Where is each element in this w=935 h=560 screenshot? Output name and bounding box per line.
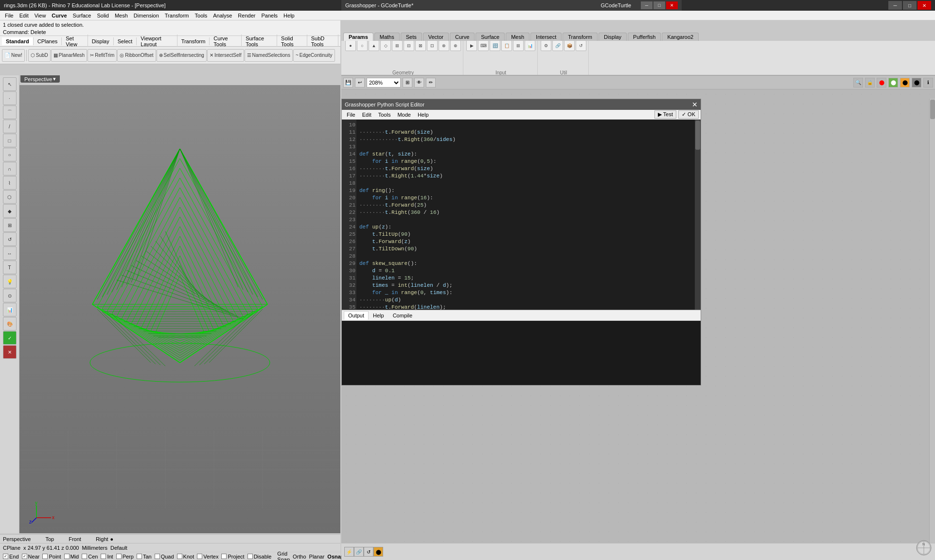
ok-tool[interactable]: ✓ bbox=[3, 331, 17, 345]
menu-help[interactable]: Help bbox=[281, 13, 298, 18]
snap-tool[interactable]: ⊙ bbox=[3, 289, 17, 302]
menu-analyse[interactable]: Analyse bbox=[210, 13, 235, 18]
persp-label[interactable]: Perspective bbox=[3, 536, 31, 542]
subd-button[interactable]: ⬡ SubD bbox=[28, 49, 51, 62]
right-label[interactable]: Right bbox=[96, 536, 108, 542]
gh-tab-params[interactable]: Params bbox=[343, 33, 373, 41]
tab-transform[interactable]: Transform bbox=[177, 37, 210, 45]
gh-input-icon3[interactable]: 🔢 bbox=[490, 41, 500, 51]
output-tab-help[interactable]: Help bbox=[369, 311, 388, 320]
main-viewport[interactable]: x y z bbox=[19, 85, 340, 533]
menu-view[interactable]: View bbox=[32, 13, 49, 18]
surface-tool[interactable]: ⬡ bbox=[3, 190, 17, 204]
viewport-dropdown-arrow[interactable]: ▾ bbox=[53, 76, 56, 82]
scrollbar-thumb[interactable] bbox=[695, 121, 700, 150]
gh-util-icon1[interactable]: ⚙ bbox=[541, 41, 551, 51]
tab-set-view[interactable]: Set View bbox=[62, 35, 88, 48]
gh-status-icon1[interactable]: ⚡ bbox=[344, 547, 354, 557]
py-menu-help[interactable]: Help bbox=[415, 112, 432, 118]
gh-geo-icon6[interactable]: ⊟ bbox=[404, 41, 414, 51]
save-icon-btn[interactable]: 💾 bbox=[343, 78, 353, 88]
gh-minimize-button[interactable]: ─ bbox=[641, 1, 653, 9]
dim-tool[interactable]: ↔ bbox=[3, 246, 17, 260]
gh-tab-sets[interactable]: Sets bbox=[401, 33, 422, 41]
code-editor-area[interactable]: 1011121314 1516171819 2021222324 2526272… bbox=[342, 120, 701, 310]
zoom-select[interactable]: 208% 100% 150% 200% bbox=[367, 78, 401, 88]
gh-right-icon4[interactable]: ⬤ bbox=[888, 78, 898, 88]
gh-tab-intersect[interactable]: Intersect bbox=[530, 33, 562, 41]
menu-render[interactable]: Render bbox=[235, 13, 258, 18]
tan-snap[interactable]: Tan bbox=[137, 554, 152, 560]
python-editor-close[interactable]: ✕ bbox=[692, 101, 698, 108]
cen-snap[interactable]: Cen bbox=[82, 554, 98, 560]
perp-checkbox[interactable] bbox=[116, 554, 122, 559]
curve-tool[interactable]: ⌒ bbox=[3, 105, 17, 119]
mid-checkbox[interactable] bbox=[64, 554, 70, 559]
vertex-checkbox[interactable] bbox=[197, 554, 202, 559]
gh-geo-icon9[interactable]: ⊗ bbox=[439, 41, 449, 51]
tab-display[interactable]: Display bbox=[88, 37, 114, 45]
menu-solid[interactable]: Solid bbox=[94, 13, 111, 18]
new-button[interactable]: 📄 New! bbox=[2, 49, 25, 62]
gh-util-icon2[interactable]: 🔗 bbox=[552, 41, 563, 51]
arc-tool[interactable]: ∩ bbox=[3, 162, 17, 175]
gh-geo-icon4[interactable]: ◇ bbox=[380, 41, 391, 51]
menu-file[interactable]: File bbox=[2, 13, 17, 18]
end-checkbox[interactable] bbox=[3, 554, 8, 559]
gh-geo-icon10[interactable]: ⊕ bbox=[450, 41, 461, 51]
sel-self-button[interactable]: ⊕ SelSelfIntersecting bbox=[157, 49, 207, 62]
circle-tool[interactable]: ○ bbox=[3, 148, 17, 161]
tab-surface-tools[interactable]: Surface Tools bbox=[242, 35, 277, 48]
gh-right-icon3[interactable]: ⬤ bbox=[877, 78, 886, 88]
mesh-tool[interactable]: ⊞ bbox=[3, 218, 17, 232]
test-button[interactable]: ▶ Test bbox=[654, 110, 676, 119]
tan-checkbox[interactable] bbox=[137, 554, 142, 559]
gh-status-icon4[interactable]: ⬤ bbox=[373, 547, 383, 557]
gh-tab-maths[interactable]: Maths bbox=[374, 33, 400, 41]
gh-input-icon5[interactable]: ⊞ bbox=[513, 41, 524, 51]
analysis-tool[interactable]: 📊 bbox=[3, 303, 17, 316]
cen-checkbox[interactable] bbox=[82, 554, 87, 559]
tab-cplanes[interactable]: CPlanes bbox=[34, 37, 62, 45]
disable-snap[interactable]: Disable bbox=[247, 554, 272, 560]
gh-tab-pufferfish[interactable]: Pufferfish bbox=[628, 33, 661, 41]
ortho-label[interactable]: Ortho bbox=[293, 554, 306, 560]
top-label[interactable]: Top bbox=[45, 536, 54, 542]
gh-right-icon7[interactable]: ℹ bbox=[923, 78, 933, 88]
transform-tool[interactable]: ↺ bbox=[3, 232, 17, 246]
gh-geo-icon1[interactable]: ● bbox=[345, 41, 356, 51]
point-tool[interactable]: · bbox=[3, 91, 17, 105]
mid-snap[interactable]: Mid bbox=[64, 554, 79, 560]
solid-tool[interactable]: ◆ bbox=[3, 204, 17, 218]
gh-status-icon3[interactable]: ↺ bbox=[364, 547, 373, 557]
maximize-button[interactable]: □ bbox=[903, 1, 917, 10]
text-tool[interactable]: T bbox=[3, 261, 17, 274]
freeform-tool[interactable]: ⌇ bbox=[3, 176, 17, 190]
gh-util-icon4[interactable]: ↺ bbox=[576, 41, 586, 51]
ok-button[interactable]: ✓ OK bbox=[678, 110, 699, 119]
pen-btn[interactable]: ✏ bbox=[426, 78, 436, 88]
gh-tab-vector[interactable]: Vector bbox=[423, 33, 449, 41]
gh-tab-transform[interactable]: Transform bbox=[563, 33, 598, 41]
int-checkbox[interactable] bbox=[101, 554, 106, 559]
rect-tool[interactable]: □ bbox=[3, 134, 17, 147]
gh-util-icon3[interactable]: 📦 bbox=[564, 41, 575, 51]
tab-standard[interactable]: Standard bbox=[2, 37, 34, 45]
front-label[interactable]: Front bbox=[69, 536, 81, 542]
grid-snap-label[interactable]: Grid Snap bbox=[277, 551, 290, 560]
vertex-snap[interactable]: Vertex bbox=[197, 554, 218, 560]
eye-btn[interactable]: 👁 bbox=[414, 78, 424, 88]
close-button[interactable]: ✕ bbox=[917, 1, 931, 10]
gh-status-icon2[interactable]: 🔗 bbox=[354, 547, 364, 557]
near-snap[interactable]: Near bbox=[22, 554, 40, 560]
line-tool[interactable]: / bbox=[3, 120, 17, 133]
tab-select[interactable]: Select bbox=[114, 37, 137, 45]
menu-tools[interactable]: Tools bbox=[192, 13, 211, 18]
py-menu-tools[interactable]: Tools bbox=[375, 112, 394, 118]
undo-icon-btn[interactable]: ↩ bbox=[355, 78, 365, 88]
tab-viewport-layout[interactable]: Viewport Layout bbox=[137, 35, 177, 48]
gh-geo-icon2[interactable]: ○ bbox=[357, 41, 368, 51]
menu-transform[interactable]: Transform bbox=[162, 13, 192, 18]
planar-label[interactable]: Planar bbox=[309, 554, 325, 560]
intersect-self-button[interactable]: ✕ IntersectSelf bbox=[207, 49, 244, 62]
